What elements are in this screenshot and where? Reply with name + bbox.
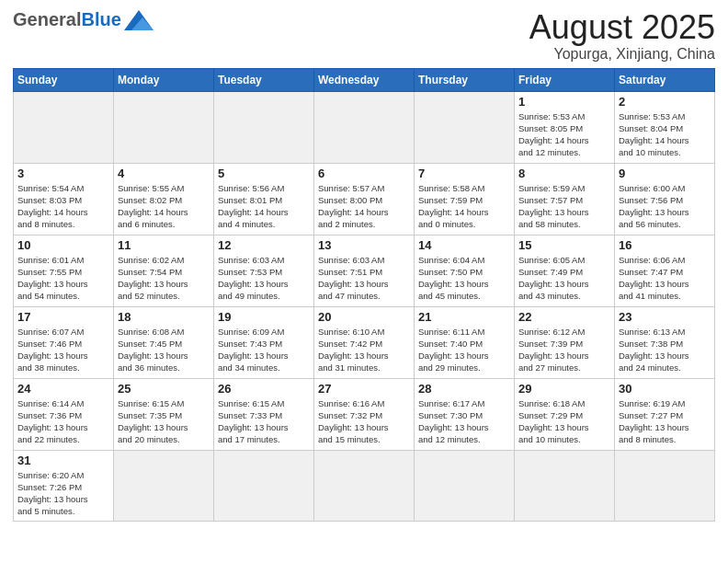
week-row-2: 10Sunrise: 6:01 AM Sunset: 7:55 PM Dayli… [14, 235, 715, 306]
day-number: 13 [318, 238, 410, 252]
day-info: Sunrise: 6:03 AM Sunset: 7:53 PM Dayligh… [218, 254, 310, 303]
day-info: Sunrise: 6:03 AM Sunset: 7:51 PM Dayligh… [318, 254, 410, 303]
day-number: 20 [318, 310, 410, 324]
calendar-cell [314, 91, 415, 163]
day-number: 27 [318, 382, 410, 396]
calendar-cell [515, 450, 615, 521]
calendar-cell: 27Sunrise: 6:16 AM Sunset: 7:32 PM Dayli… [314, 378, 415, 450]
calendar-cell [415, 450, 515, 521]
header-day-friday: Friday [515, 68, 615, 91]
calendar-cell: 26Sunrise: 6:15 AM Sunset: 7:33 PM Dayli… [214, 378, 314, 450]
day-number: 12 [218, 238, 310, 252]
logo-blue-text: Blue [81, 9, 120, 30]
calendar-cell: 25Sunrise: 6:15 AM Sunset: 7:35 PM Dayli… [114, 378, 214, 450]
day-info: Sunrise: 6:15 AM Sunset: 7:35 PM Dayligh… [118, 397, 210, 446]
day-info: Sunrise: 6:08 AM Sunset: 7:45 PM Dayligh… [118, 326, 210, 374]
day-number: 18 [118, 310, 210, 324]
day-info: Sunrise: 6:16 AM Sunset: 7:32 PM Dayligh… [318, 397, 410, 446]
calendar-cell: 3Sunrise: 5:54 AM Sunset: 8:03 PM Daylig… [14, 163, 114, 235]
day-info: Sunrise: 5:53 AM Sunset: 8:05 PM Dayligh… [518, 110, 610, 159]
calendar-cell: 20Sunrise: 6:10 AM Sunset: 7:42 PM Dayli… [314, 306, 415, 378]
calendar-cell: 13Sunrise: 6:03 AM Sunset: 7:51 PM Dayli… [314, 235, 415, 306]
week-row-0: 1Sunrise: 5:53 AM Sunset: 8:05 PM Daylig… [14, 91, 715, 163]
day-info: Sunrise: 5:53 AM Sunset: 8:04 PM Dayligh… [619, 110, 711, 159]
calendar-cell: 31Sunrise: 6:20 AM Sunset: 7:26 PM Dayli… [14, 450, 114, 521]
day-info: Sunrise: 5:59 AM Sunset: 7:57 PM Dayligh… [518, 182, 610, 231]
day-number: 29 [518, 382, 610, 396]
calendar-cell: 7Sunrise: 5:58 AM Sunset: 7:59 PM Daylig… [415, 163, 515, 235]
header-day-monday: Monday [114, 68, 214, 91]
day-info: Sunrise: 5:57 AM Sunset: 8:00 PM Dayligh… [318, 182, 410, 231]
calendar-cell: 12Sunrise: 6:03 AM Sunset: 7:53 PM Dayli… [214, 235, 314, 306]
day-info: Sunrise: 6:10 AM Sunset: 7:42 PM Dayligh… [318, 326, 410, 374]
day-info: Sunrise: 6:17 AM Sunset: 7:30 PM Dayligh… [418, 397, 510, 446]
calendar-cell: 21Sunrise: 6:11 AM Sunset: 7:40 PM Dayli… [415, 306, 515, 378]
day-number: 31 [17, 454, 109, 467]
day-info: Sunrise: 6:04 AM Sunset: 7:50 PM Dayligh… [418, 254, 510, 303]
day-info: Sunrise: 6:01 AM Sunset: 7:55 PM Dayligh… [17, 254, 109, 303]
day-info: Sunrise: 6:15 AM Sunset: 7:33 PM Dayligh… [218, 397, 310, 446]
day-info: Sunrise: 6:05 AM Sunset: 7:49 PM Dayligh… [518, 254, 610, 303]
day-info: Sunrise: 6:12 AM Sunset: 7:39 PM Dayligh… [518, 326, 610, 374]
calendar-cell [214, 91, 314, 163]
week-row-4: 24Sunrise: 6:14 AM Sunset: 7:36 PM Dayli… [14, 378, 715, 450]
day-number: 3 [17, 167, 109, 180]
day-info: Sunrise: 6:00 AM Sunset: 7:56 PM Dayligh… [619, 182, 711, 231]
logo-general-text: General [13, 9, 81, 30]
day-number: 15 [518, 238, 610, 252]
day-number: 24 [17, 382, 109, 396]
day-number: 16 [619, 238, 711, 252]
day-number: 23 [619, 310, 711, 324]
day-number: 22 [518, 310, 610, 324]
calendar-cell: 28Sunrise: 6:17 AM Sunset: 7:30 PM Dayli… [415, 378, 515, 450]
calendar-cell [114, 91, 214, 163]
day-info: Sunrise: 6:02 AM Sunset: 7:54 PM Dayligh… [118, 254, 210, 303]
calendar-cell: 5Sunrise: 5:56 AM Sunset: 8:01 PM Daylig… [214, 163, 314, 235]
calendar-table: SundayMondayTuesdayWednesdayThursdayFrid… [13, 68, 715, 522]
day-number: 8 [518, 167, 610, 180]
logo-icon [124, 10, 154, 30]
day-number: 7 [418, 167, 510, 180]
header-day-thursday: Thursday [415, 68, 515, 91]
calendar-cell: 16Sunrise: 6:06 AM Sunset: 7:47 PM Dayli… [615, 235, 715, 306]
day-info: Sunrise: 6:14 AM Sunset: 7:36 PM Dayligh… [17, 397, 109, 446]
header-row: SundayMondayTuesdayWednesdayThursdayFrid… [14, 68, 715, 91]
week-row-5: 31Sunrise: 6:20 AM Sunset: 7:26 PM Dayli… [14, 450, 715, 521]
calendar-cell [114, 450, 214, 521]
calendar-cell: 11Sunrise: 6:02 AM Sunset: 7:54 PM Dayli… [114, 235, 214, 306]
day-number: 30 [619, 382, 711, 396]
calendar-cell [415, 91, 515, 163]
header: General Blue August 2025 Yopurga, Xinjia… [13, 9, 715, 63]
day-info: Sunrise: 5:58 AM Sunset: 7:59 PM Dayligh… [418, 182, 510, 231]
calendar-cell: 18Sunrise: 6:08 AM Sunset: 7:45 PM Dayli… [114, 306, 214, 378]
calendar-cell: 4Sunrise: 5:55 AM Sunset: 8:02 PM Daylig… [114, 163, 214, 235]
calendar-cell [14, 91, 114, 163]
day-number: 19 [218, 310, 310, 324]
day-info: Sunrise: 6:18 AM Sunset: 7:29 PM Dayligh… [518, 397, 610, 446]
title-block: August 2025 Yopurga, Xinjiang, China [529, 9, 715, 63]
day-info: Sunrise: 6:07 AM Sunset: 7:46 PM Dayligh… [17, 326, 109, 374]
day-info: Sunrise: 6:20 AM Sunset: 7:26 PM Dayligh… [17, 469, 109, 518]
day-number: 4 [118, 167, 210, 180]
day-number: 6 [318, 167, 410, 180]
day-info: Sunrise: 6:19 AM Sunset: 7:27 PM Dayligh… [619, 397, 711, 446]
calendar-cell [615, 450, 715, 521]
header-day-wednesday: Wednesday [314, 68, 415, 91]
calendar-cell: 2Sunrise: 5:53 AM Sunset: 8:04 PM Daylig… [615, 91, 715, 163]
location-title: Yopurga, Xinjiang, China [529, 46, 715, 63]
calendar-cell [214, 450, 314, 521]
calendar-cell: 19Sunrise: 6:09 AM Sunset: 7:43 PM Dayli… [214, 306, 314, 378]
day-number: 14 [418, 238, 510, 252]
day-number: 26 [218, 382, 310, 396]
calendar-header: SundayMondayTuesdayWednesdayThursdayFrid… [14, 68, 715, 91]
day-info: Sunrise: 6:09 AM Sunset: 7:43 PM Dayligh… [218, 326, 310, 374]
calendar-cell: 9Sunrise: 6:00 AM Sunset: 7:56 PM Daylig… [615, 163, 715, 235]
day-number: 28 [418, 382, 510, 396]
calendar-cell: 30Sunrise: 6:19 AM Sunset: 7:27 PM Dayli… [615, 378, 715, 450]
header-day-sunday: Sunday [14, 68, 114, 91]
day-number: 9 [619, 167, 711, 180]
day-number: 10 [17, 238, 109, 252]
week-row-3: 17Sunrise: 6:07 AM Sunset: 7:46 PM Dayli… [14, 306, 715, 378]
day-number: 1 [518, 95, 610, 109]
day-info: Sunrise: 5:56 AM Sunset: 8:01 PM Dayligh… [218, 182, 310, 231]
